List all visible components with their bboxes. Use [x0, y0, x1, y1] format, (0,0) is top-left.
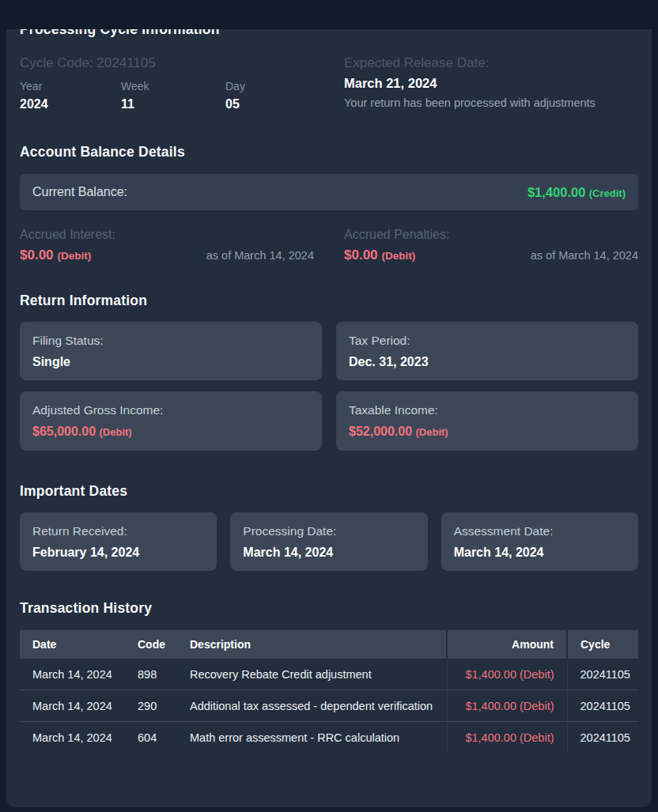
return-information-title: Return Information	[20, 292, 638, 309]
week-label: Week	[121, 81, 225, 92]
processing-date-label: Processing Date:	[243, 523, 414, 538]
col-header-description: Description	[177, 630, 447, 659]
current-balance-label: Current Balance:	[32, 185, 127, 199]
taxable-income-debit-tag: (Debit)	[416, 426, 448, 438]
transaction-history-title: Transaction History	[20, 599, 638, 617]
expected-release-block: Expected Release Date: March 21, 2024 Yo…	[344, 55, 638, 111]
cell-date: March 14, 2024	[20, 722, 125, 753]
important-dates-cards: Return Received: February 14, 2024 Proce…	[20, 512, 638, 571]
day-value: 05	[225, 97, 314, 111]
accrued-section: Accrued Interest: $0.00 (Debit) as of Ma…	[20, 228, 638, 263]
day-label: Day	[225, 81, 314, 92]
processing-cycle-section: Cycle Code: 20241105 Year 2024 Week 11 D…	[20, 55, 638, 111]
expected-release-label: Expected Release Date:	[344, 55, 638, 71]
filing-status-value: Single	[32, 354, 309, 369]
current-balance-credit-tag: (Credit)	[589, 187, 626, 199]
tax-period-value: Dec. 31, 2023	[349, 354, 626, 369]
agi-value: $65,000.00 (Debit)	[32, 424, 309, 440]
col-header-cycle: Cycle	[567, 630, 638, 659]
assessment-date-label: Assessment Date:	[454, 523, 626, 538]
cell-amount: $1,400.00 (Debit)	[447, 690, 567, 722]
year-label: Year	[20, 81, 121, 92]
return-received-label: Return Received:	[32, 523, 204, 538]
assessment-date-value: March 14, 2024	[454, 545, 626, 560]
return-received-value: February 14, 2024	[32, 545, 204, 560]
transcript-panel: Processing Cycle Information Cycle Code:…	[6, 0, 652, 807]
current-balance-bar: Current Balance: $1,400.00 (Credit)	[20, 174, 638, 210]
taxable-income-value: $52,000.00 (Debit)	[349, 424, 626, 440]
cycle-code-block: Cycle Code: 20241105 Year 2024 Week 11 D…	[20, 55, 314, 111]
processing-note: Your return has been processed with adju…	[344, 96, 638, 110]
processing-date-card: Processing Date: March 14, 2024	[230, 512, 427, 571]
transaction-table: Date Code Description Amount Cycle March…	[20, 630, 638, 753]
tax-period-label: Tax Period:	[349, 333, 626, 348]
accrued-interest-row: $0.00 (Debit) as of March 14, 2024	[20, 247, 314, 263]
cell-cycle: 20241105	[567, 690, 638, 722]
accrued-penalties-debit-tag: (Debit)	[382, 250, 416, 262]
agi-card: Adjusted Gross Income: $65,000.00 (Debit…	[20, 391, 322, 451]
cycle-day: Day 05	[225, 81, 314, 111]
return-information-cards: Filing Status: Single Tax Period: Dec. 3…	[20, 322, 638, 451]
cycle-breakdown: Year 2024 Week 11 Day 05	[20, 81, 314, 111]
processing-date-value: March 14, 2024	[243, 545, 414, 560]
cell-cycle: 20241105	[567, 722, 638, 753]
tax-period-card: Tax Period: Dec. 31, 2023	[336, 322, 638, 380]
accrued-interest-label: Accrued Interest:	[20, 228, 314, 242]
cycle-year: Year 2024	[20, 81, 121, 111]
accrued-penalties-label: Accrued Penalties:	[344, 228, 638, 242]
cell-date: March 14, 2024	[20, 690, 125, 722]
filing-status-card: Filing Status: Single	[20, 322, 322, 380]
cell-amount: $1,400.00 (Debit)	[447, 722, 567, 753]
cycle-week: Week 11	[121, 81, 225, 111]
accrued-penalties-value: $0.00	[344, 247, 378, 263]
cell-code: 290	[125, 690, 177, 722]
cell-description: Additional tax assessed - dependent veri…	[177, 690, 447, 722]
cycle-code-label: Cycle Code: 20241105	[20, 55, 314, 71]
taxable-income-card: Taxable Income: $52,000.00 (Debit)	[336, 391, 638, 451]
accrued-interest-value: $0.00	[20, 247, 54, 263]
accrued-penalties-row: $0.00 (Debit) as of March 14, 2024	[344, 247, 638, 263]
accrued-interest-block: Accrued Interest: $0.00 (Debit) as of Ma…	[20, 228, 314, 263]
return-received-card: Return Received: February 14, 2024	[20, 512, 217, 571]
transaction-table-header: Date Code Description Amount Cycle	[20, 630, 638, 659]
agi-debit-tag: (Debit)	[100, 426, 132, 438]
assessment-date-card: Assessment Date: March 14, 2024	[441, 512, 638, 571]
col-header-code: Code	[125, 630, 177, 659]
accrued-interest-as-of: as of March 14, 2024	[206, 249, 314, 262]
top-header-bar	[0, 0, 658, 29]
current-balance-value: $1,400.00	[528, 185, 585, 199]
cell-description: Recovery Rebate Credit adjustment	[177, 659, 447, 690]
filing-status-label: Filing Status:	[32, 333, 309, 348]
table-row: March 14, 2024 604 Math error assessment…	[20, 722, 638, 753]
col-header-date: Date	[20, 630, 125, 659]
accrued-penalties-block: Accrued Penalties: $0.00 (Debit) as of M…	[344, 228, 638, 263]
current-balance-value-group: $1,400.00 (Credit)	[528, 185, 626, 200]
col-header-amount: Amount	[447, 630, 567, 659]
accrued-penalties-as-of: as of March 14, 2024	[531, 249, 638, 262]
cell-date: March 14, 2024	[20, 659, 125, 690]
taxable-income-label: Taxable Income:	[349, 402, 626, 417]
panel-content: Processing Cycle Information Cycle Code:…	[6, 0, 652, 753]
week-value: 11	[121, 97, 225, 111]
cell-amount: $1,400.00 (Debit)	[447, 659, 567, 690]
year-value: 2024	[20, 97, 121, 111]
cell-cycle: 20241105	[567, 659, 638, 690]
cell-code: 898	[125, 659, 177, 690]
table-row: March 14, 2024 290 Additional tax assess…	[20, 690, 638, 722]
important-dates-title: Important Dates	[20, 482, 638, 500]
table-row: March 14, 2024 898 Recovery Rebate Credi…	[20, 659, 638, 690]
account-balance-title: Account Balance Details	[20, 143, 638, 161]
cell-description: Math error assessment - RRC calculation	[177, 722, 447, 753]
accrued-interest-debit-tag: (Debit)	[58, 250, 92, 262]
expected-release-date: March 21, 2024	[344, 76, 638, 91]
cell-code: 604	[125, 722, 177, 753]
agi-label: Adjusted Gross Income:	[32, 402, 309, 417]
